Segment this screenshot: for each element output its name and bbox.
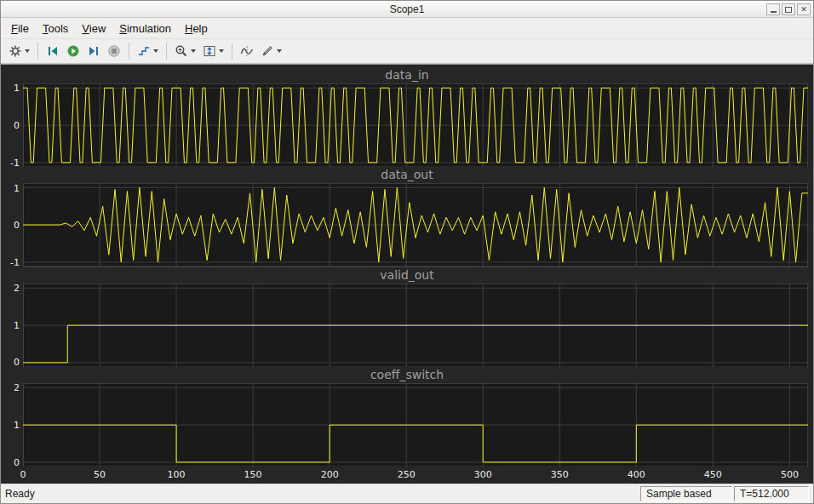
subplot-valid_out: valid_out210 [1,267,813,367]
zoom-icon [175,44,188,58]
y-tick-label: -1 [10,257,20,268]
y-tick-label: 0 [14,120,20,131]
x-tick-label: 50 [94,469,106,480]
measurements-icon [261,44,274,58]
y-tick-label: 1 [14,419,20,430]
x-tick-label: 500 [781,469,799,480]
y-tick-label: 2 [14,382,20,393]
status-right-panels: Sample based T=512.000 [640,486,809,501]
stop-button[interactable] [104,42,124,60]
cursor-measurements-icon [240,44,254,58]
y-tick-label: 1 [14,182,20,193]
plot-area[interactable] [23,83,808,167]
plot-title: valid_out [1,267,813,284]
maximize-button[interactable] [782,3,795,15]
caret-down-icon [153,49,158,53]
x-tick-label: 150 [244,469,262,480]
status-sim-time: T=512.000 [734,486,809,501]
run-icon [66,44,80,58]
menu-help[interactable]: Help [178,20,215,37]
measurements-button[interactable] [257,42,285,60]
x-tick-label: 350 [551,469,569,480]
plot-area[interactable] [23,284,808,367]
x-tick-label: 400 [628,469,645,480]
x-tick-label: 450 [704,469,722,480]
toolbar-separator [129,43,129,60]
plot-row: 10-1 [1,83,813,167]
titlebar[interactable]: Scope1 ✕ [1,1,813,18]
plot-area[interactable] [23,183,808,266]
close-icon: ✕ [800,5,807,14]
toolbar-separator [37,43,38,60]
menu-file[interactable]: File [4,20,36,37]
toolbar [1,39,813,64]
configuration-button[interactable] [5,42,33,60]
y-axis: 10-1 [1,183,23,266]
subplot-data_out: data_out10-1 [1,167,813,266]
x-axis: 050100150200250300350400450500 [1,467,813,482]
stop-icon [107,44,121,58]
y-tick-label: 1 [14,83,20,94]
step-forward-button[interactable] [83,42,104,60]
x-tick-label: 300 [474,469,492,480]
subplot-coeff_switch: coeff_switch210 [1,367,813,467]
run-button[interactable] [63,42,83,60]
y-tick-label: 1 [14,319,20,330]
minimize-icon [771,11,777,13]
x-tick-label: 100 [168,469,186,480]
step-back-icon [46,44,60,58]
statusbar: Ready Sample based T=512.000 [1,484,813,503]
caret-down-icon [277,49,282,53]
x-tick-label: 0 [20,469,26,480]
x-tick-label: 250 [398,469,416,480]
cursor-measurements-button[interactable] [237,42,257,60]
y-axis: 210 [1,383,23,467]
scale-axes-button[interactable] [199,42,227,60]
y-tick-label: 0 [14,220,20,231]
y-tick-label: 0 [14,357,20,368]
window-title: Scope1 [1,3,813,15]
zoom-button[interactable] [171,42,199,60]
scope-canvas: data_in10-1data_out10-1valid_out210coeff… [1,64,813,484]
x-tick-label: 200 [321,469,339,480]
caret-down-icon [25,49,30,53]
plot-row: 210 [1,383,813,467]
stepping-options-button[interactable] [134,42,162,60]
scope-window: Scope1 ✕ File Tools View Simulation Help [0,0,814,504]
status-text: Ready [5,488,35,500]
status-sample-mode: Sample based [640,486,732,501]
subplot-data_in: data_in10-1 [1,67,813,167]
menubar: File Tools View Simulation Help [1,18,813,39]
plot-row: 10-1 [1,183,813,266]
stepping-options-icon [137,44,151,58]
plot-row: 210 [1,284,813,367]
scale-axes-icon [203,44,216,58]
minimize-button[interactable] [766,3,780,15]
x-tick-strip: 050100150200250300350400450500 [23,467,808,482]
plot-area[interactable] [23,383,808,467]
toolbar-separator [166,43,167,60]
plot-title: data_out [1,167,813,183]
step-forward-icon [87,44,100,58]
y-axis: 210 [1,284,23,367]
gear-icon [9,44,22,58]
window-controls: ✕ [766,3,811,15]
menu-view[interactable]: View [75,20,112,37]
plot-title: coeff_switch [1,367,813,383]
menu-tools[interactable]: Tools [36,20,75,37]
y-tick-label: -1 [10,157,20,168]
step-back-button[interactable] [43,42,63,60]
close-button[interactable]: ✕ [797,3,811,15]
toolbar-separator [232,43,232,60]
caret-down-icon [191,49,196,53]
caret-down-icon [219,49,224,53]
maximize-icon [785,7,792,13]
plot-title: data_in [1,67,813,83]
y-tick-label: 2 [14,282,20,293]
menu-simulation[interactable]: Simulation [112,20,178,37]
y-axis: 10-1 [1,83,23,167]
